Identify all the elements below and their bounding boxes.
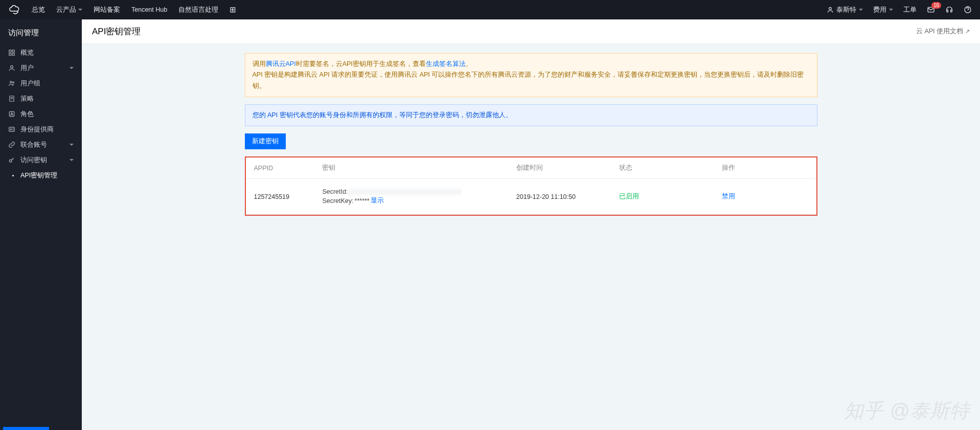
sidebar: 访问管理 概览 用户 用户组 策略 角色 xyxy=(0,19,82,430)
disable-link[interactable]: 禁用 xyxy=(722,193,735,200)
secret-key-mask: ****** xyxy=(355,197,370,205)
sidebar-item-idp[interactable]: 身份提供商 xyxy=(0,122,82,137)
group-icon xyxy=(8,80,15,87)
sidebar-title: 访问管理 xyxy=(0,19,82,45)
message-badge: 16 xyxy=(931,2,941,9)
sidebar-item-federation[interactable]: 联合账号 xyxy=(0,137,82,152)
sidebar-item-overview[interactable]: 概览 xyxy=(0,45,82,60)
nav-nlp[interactable]: 自然语言处理 xyxy=(178,6,218,14)
svg-rect-3 xyxy=(9,50,11,52)
sidebar-item-label: 身份提供商 xyxy=(20,125,54,134)
status-enabled: 已启用 xyxy=(619,193,639,200)
nav-tencent-hub[interactable]: Tencent Hub xyxy=(131,6,167,13)
svg-point-0 xyxy=(829,7,832,10)
user-icon xyxy=(827,6,834,13)
col-secret: 密钥 xyxy=(314,157,508,179)
sidebar-item-label: 策略 xyxy=(20,95,34,103)
external-link-icon: ↗ xyxy=(965,28,970,35)
nav-fees-label: 费用 xyxy=(873,6,886,14)
nav-cloud-products-label: 云产品 xyxy=(56,6,76,14)
secret-id-masked xyxy=(349,189,461,195)
svg-point-16 xyxy=(10,129,11,130)
svg-point-9 xyxy=(12,82,14,83)
cell-appid: 1257245519 xyxy=(246,179,314,215)
sidebar-accent-bar xyxy=(3,427,49,430)
page-title: API密钥管理 xyxy=(92,26,141,37)
sidebar-item-usergroups[interactable]: 用户组 xyxy=(0,76,82,91)
caret-down-icon xyxy=(70,67,74,69)
link-icon xyxy=(8,141,15,148)
sidebar-item-label: 角色 xyxy=(20,110,34,119)
alert-text: 时需要签名，云API密钥用于生成签名，查看 xyxy=(296,60,426,67)
alert-text: API 密钥是构建腾讯云 API 请求的重要凭证，使用腾讯云 API 可以操作您… xyxy=(253,70,810,92)
sidebar-subitem-apikey[interactable]: API密钥管理 xyxy=(0,168,82,183)
secret-key-label: SecretKey: xyxy=(322,197,353,205)
idp-icon xyxy=(8,126,15,133)
col-status: 状态 xyxy=(611,157,714,179)
alert-text: 调用 xyxy=(253,60,266,67)
api-doc-link-label: 云 API 使用文档 xyxy=(916,27,963,36)
svg-rect-5 xyxy=(9,53,11,55)
page-header: API密钥管理 云 API 使用文档 ↗ xyxy=(82,19,980,44)
svg-rect-4 xyxy=(12,50,14,52)
nav-work-order[interactable]: 工单 xyxy=(903,6,917,14)
headphone-icon xyxy=(945,6,953,14)
sidebar-item-label: 访问密钥 xyxy=(20,156,47,165)
cloud-logo-icon[interactable] xyxy=(8,4,20,16)
warning-alert: 调用腾讯云API时需要签名，云API密钥用于生成签名，查看生成签名算法。 API… xyxy=(245,53,817,97)
sidebar-item-label: 用户组 xyxy=(20,79,40,88)
cell-ops: 禁用 xyxy=(714,179,816,215)
create-key-button[interactable]: 新建密钥 xyxy=(245,133,286,149)
topbar-nav-right: 泰斯特 费用 工单 16 xyxy=(827,6,972,14)
api-key-table-card: APPID 密钥 创建时间 状态 操作 1257245519 xyxy=(245,156,817,216)
col-created: 创建时间 xyxy=(508,157,611,179)
sidebar-item-label: 用户 xyxy=(20,64,34,73)
api-key-table: APPID 密钥 创建时间 状态 操作 1257245519 xyxy=(246,157,816,215)
caret-down-icon xyxy=(70,159,74,161)
alert-text: 您的 API 密钥代表您的账号身份和所拥有的权限，等同于您的登录密码，切勿泄露他… xyxy=(253,111,512,119)
main-content: API密钥管理 云 API 使用文档 ↗ 调用腾讯云API时需要签名，云API密… xyxy=(82,19,980,430)
col-appid: APPID xyxy=(246,157,314,179)
caret-down-icon xyxy=(859,9,863,11)
col-ops: 操作 xyxy=(714,157,816,179)
nav-beian[interactable]: 网站备案 xyxy=(94,6,120,14)
nav-help-icon[interactable] xyxy=(964,6,972,14)
topbar-nav-left: 总览 云产品 网站备案 Tencent Hub 自然语言处理 ⊞ xyxy=(32,5,236,14)
sidebar-item-label: 概览 xyxy=(20,49,34,57)
user-icon xyxy=(8,64,15,72)
help-icon xyxy=(964,6,972,14)
show-secret-link[interactable]: 显示 xyxy=(371,196,384,205)
svg-point-8 xyxy=(10,81,12,83)
link-sign-algo[interactable]: 生成签名算法 xyxy=(426,60,466,67)
api-doc-link[interactable]: 云 API 使用文档 ↗ xyxy=(916,27,970,36)
table-row: 1257245519 SecretId: SecretKey:******显示 xyxy=(246,179,816,215)
cell-created: 2019-12-20 11:10:50 xyxy=(508,179,611,215)
cell-status: 已启用 xyxy=(611,179,714,215)
sidebar-item-role[interactable]: 角色 xyxy=(0,106,82,122)
role-icon xyxy=(8,110,15,118)
nav-support-icon[interactable] xyxy=(945,6,953,14)
topbar: 总览 云产品 网站备案 Tencent Hub 自然语言处理 ⊞ 泰斯特 费用 … xyxy=(0,0,980,19)
nav-overview[interactable]: 总览 xyxy=(32,6,45,14)
nav-fees[interactable]: 费用 xyxy=(873,6,893,14)
key-icon xyxy=(8,156,15,164)
user-name-label: 泰斯特 xyxy=(836,6,856,14)
svg-rect-6 xyxy=(12,53,14,55)
alert-text: 。 xyxy=(466,60,472,67)
nav-cloud-products[interactable]: 云产品 xyxy=(56,6,82,14)
svg-point-14 xyxy=(11,113,12,114)
secret-id-label: SecretId: xyxy=(322,188,348,195)
add-shortcut-icon[interactable]: ⊞ xyxy=(230,5,236,14)
link-tencent-api[interactable]: 腾讯云API xyxy=(266,60,296,67)
sidebar-item-label: 联合账号 xyxy=(20,141,47,149)
svg-point-7 xyxy=(11,65,13,68)
document-icon xyxy=(8,95,15,102)
user-menu[interactable]: 泰斯特 xyxy=(827,6,863,14)
sidebar-item-policy[interactable]: 策略 xyxy=(0,91,82,106)
info-alert: 您的 API 密钥代表您的账号身份和所拥有的权限，等同于您的登录密码，切勿泄露他… xyxy=(245,104,817,126)
caret-down-icon xyxy=(70,144,74,146)
sidebar-item-users[interactable]: 用户 xyxy=(0,60,82,76)
caret-down-icon xyxy=(889,9,893,11)
sidebar-item-accesskey[interactable]: 访问密钥 xyxy=(0,152,82,168)
nav-messages[interactable]: 16 xyxy=(927,6,935,14)
